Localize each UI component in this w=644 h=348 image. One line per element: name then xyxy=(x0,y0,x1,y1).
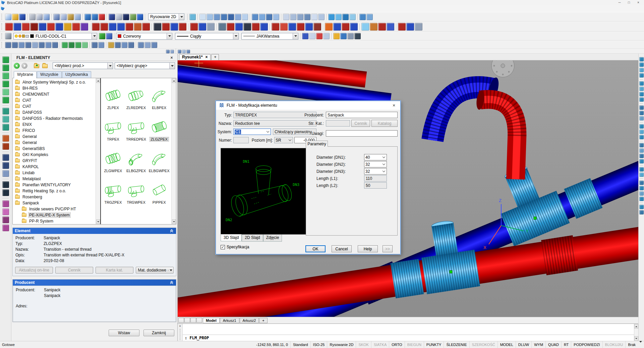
drawing-tool-icon[interactable] xyxy=(2,135,9,142)
view-tool-icon[interactable] xyxy=(297,14,303,20)
param-field[interactable]: 110 xyxy=(364,175,387,182)
draw-tool-icon[interactable] xyxy=(45,42,51,48)
cut-icon[interactable] xyxy=(53,14,60,20)
scroll-down-icon[interactable] xyxy=(634,336,638,341)
system-combobox[interactable]: C1 xyxy=(233,129,271,135)
menu-item[interactable] xyxy=(91,8,97,9)
drawing-tool-icon[interactable] xyxy=(2,154,9,161)
plot-icon[interactable] xyxy=(29,14,36,20)
view-compass-icon[interactable] xyxy=(491,60,514,77)
flm-tool-icon[interactable] xyxy=(179,23,186,31)
combo-arrow-icon[interactable] xyxy=(179,14,184,20)
tree-item[interactable]: PP-R System xyxy=(13,218,96,224)
side-tool-icon[interactable] xyxy=(639,73,644,78)
drawing-tool-icon[interactable] xyxy=(2,64,9,71)
menu-item[interactable] xyxy=(73,8,79,9)
tree-item[interactable]: GeneralSBS xyxy=(13,146,96,152)
flm-tool-icon[interactable] xyxy=(387,23,394,31)
flm-tool-icon[interactable] xyxy=(252,23,259,31)
datasheet-button[interactable]: Karta kat. xyxy=(96,267,133,274)
side-tool-icon[interactable] xyxy=(639,159,644,163)
linetype-combobox[interactable]: Ciągły xyxy=(175,33,239,40)
status-toggle[interactable]: MODEL xyxy=(497,341,516,348)
tree-item[interactable]: Sanipack xyxy=(13,200,96,206)
drawing-tool-icon[interactable] xyxy=(2,108,9,114)
side-tool-icon[interactable] xyxy=(639,167,644,171)
checkbox-check-icon[interactable]: ✓ xyxy=(221,245,225,249)
view-tool-icon[interactable] xyxy=(366,14,373,20)
draw-tool-icon[interactable] xyxy=(92,42,98,48)
drawing-tool-icon[interactable] xyxy=(2,116,9,122)
flm-tool-icon[interactable] xyxy=(370,23,377,31)
draw-tool-icon[interactable] xyxy=(68,42,74,48)
scroll-down-icon[interactable] xyxy=(96,219,100,224)
toolbar-grab-handle[interactable] xyxy=(1,33,3,39)
minimize-button[interactable]: ─ xyxy=(615,0,624,5)
menu-item[interactable] xyxy=(37,8,43,9)
menu-item[interactable] xyxy=(13,8,19,9)
maximize-button[interactable]: □ xyxy=(625,0,633,5)
view-tool-icon[interactable] xyxy=(311,14,317,20)
view-tool-icon[interactable] xyxy=(252,14,258,20)
view-tool-icon[interactable] xyxy=(189,14,196,20)
status-toggle[interactable]: BLOKUJIU xyxy=(602,341,626,348)
grid-item[interactable]: ZLREDPEX xyxy=(125,82,148,110)
flm-tool-icon[interactable] xyxy=(117,23,125,31)
combo-arrow-icon[interactable] xyxy=(233,33,238,39)
flm-tool-icon[interactable] xyxy=(350,23,358,31)
side-tool-icon[interactable] xyxy=(639,191,644,196)
ok-button[interactable]: OK xyxy=(305,245,326,252)
layout-nav-button[interactable] xyxy=(196,318,202,323)
flm-tool-icon[interactable] xyxy=(280,23,288,31)
status-toggle[interactable]: Brak xyxy=(625,341,638,348)
flm-tool-icon[interactable] xyxy=(342,23,349,31)
document-tab[interactable]: Rysunek1* × xyxy=(179,54,211,60)
side-tool-icon[interactable] xyxy=(639,181,644,185)
drawing-tool-icon[interactable] xyxy=(2,162,9,169)
flm-tool-icon[interactable] xyxy=(22,23,30,31)
draw-tool-icon[interactable] xyxy=(12,42,18,48)
tree-item[interactable]: Inside sewers PVC/PP HT xyxy=(13,206,96,212)
view-tool-icon[interactable] xyxy=(290,14,296,20)
side-tool-icon[interactable] xyxy=(639,148,644,153)
drawing-tool-icon[interactable] xyxy=(2,89,9,95)
new-tab-button[interactable]: + xyxy=(211,54,219,60)
menu-item[interactable] xyxy=(43,8,49,9)
command-line-panel[interactable]: × : FLM_PROP xyxy=(178,324,638,341)
parametry-tab[interactable]: Parametry xyxy=(306,141,328,147)
text-style-icon[interactable] xyxy=(123,14,129,20)
specification-checkbox[interactable]: ✓ Specyfikacja xyxy=(221,245,249,249)
properties-tool-icon[interactable] xyxy=(333,33,340,39)
drawing-tool-icon[interactable] xyxy=(2,181,9,188)
scroll-up-icon[interactable] xyxy=(96,79,100,83)
forward-button[interactable] xyxy=(21,63,27,69)
layout-nav-button[interactable] xyxy=(184,318,190,323)
flm-tool-icon[interactable] xyxy=(72,23,80,31)
flm-tool-icon[interactable] xyxy=(398,23,406,31)
layout-nav-button[interactable] xyxy=(190,318,196,323)
menu-item[interactable] xyxy=(85,8,91,9)
producent-field[interactable]: Sanipack xyxy=(326,112,398,118)
menu-item[interactable] xyxy=(79,8,85,9)
view-tool-icon[interactable] xyxy=(342,14,349,20)
toolbar-grab-handle[interactable] xyxy=(1,42,3,47)
side-tool-icon[interactable] xyxy=(639,116,644,120)
menu-item[interactable] xyxy=(97,8,103,9)
match-properties-icon[interactable] xyxy=(74,14,81,20)
status-toggle[interactable]: RT xyxy=(561,341,571,348)
view-tool-icon[interactable] xyxy=(259,14,265,20)
flm-tool-icon[interactable] xyxy=(55,23,63,31)
side-tool-icon[interactable] xyxy=(639,210,644,214)
open-file-icon[interactable] xyxy=(12,14,18,20)
uwagi-field[interactable] xyxy=(326,130,398,137)
param-combobox[interactable]: 40 xyxy=(364,154,387,160)
folder-up-button[interactable] xyxy=(34,63,41,68)
flm-tool-icon[interactable] xyxy=(406,23,414,31)
tree-item[interactable]: KARPOL xyxy=(13,164,96,170)
scroll-down-icon[interactable] xyxy=(172,219,176,224)
drawing-tool-icon[interactable] xyxy=(2,225,9,231)
tree-item[interactable]: ENIX xyxy=(13,121,96,128)
tree-item[interactable]: General xyxy=(13,140,96,146)
status-toggle[interactable]: ISO-25 xyxy=(310,341,327,348)
grid-item[interactable]: TRGZPEX xyxy=(102,176,125,204)
